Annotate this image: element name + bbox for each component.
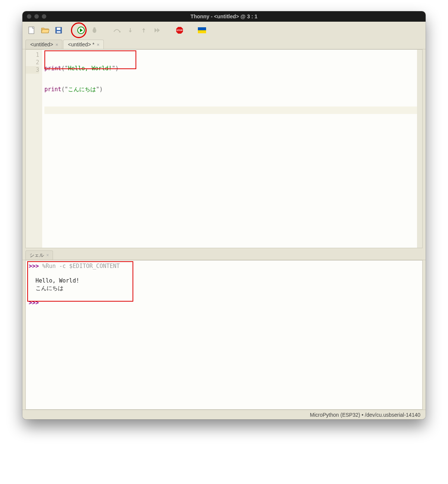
line-number: 2 (26, 59, 39, 66)
statusbar: MicroPython (ESP32) • /dev/cu.usbserial-… (22, 410, 426, 419)
stop-button[interactable]: STOP (175, 25, 184, 35)
titlebar: Thonny - <untitled> @ 3 : 1 (22, 11, 426, 22)
close-icon[interactable]: × (46, 253, 49, 258)
svg-rect-0 (29, 27, 34, 34)
close-icon[interactable]: × (97, 42, 100, 47)
line-number: 1 (26, 51, 39, 59)
code-line[interactable]: print("Hello, World!") (44, 65, 417, 72)
new-file-icon (28, 27, 35, 34)
line-gutter: 1 2 3 (26, 50, 42, 248)
tab-label: <untitled> (30, 41, 53, 47)
close-window-icon[interactable] (27, 14, 31, 19)
traffic-lights (22, 14, 46, 19)
editor-tabbar: <untitled> × <untitled> * × (22, 39, 426, 49)
svg-marker-12 (157, 28, 160, 33)
step-out-icon (140, 27, 147, 33)
open-folder-icon (41, 27, 49, 34)
code-line[interactable]: print("こんにちは") (44, 86, 417, 93)
line-number: 3 (26, 66, 39, 74)
tab-label: <untitled> * (68, 41, 94, 47)
resume-icon (154, 27, 161, 33)
prompt[interactable]: >>> (29, 299, 42, 306)
svg-text:STOP: STOP (177, 29, 183, 31)
step-out-button[interactable] (139, 25, 149, 35)
svg-point-7 (93, 27, 96, 30)
svg-rect-16 (198, 30, 206, 33)
window-title: Thonny - <untitled> @ 3 : 1 (22, 13, 426, 19)
close-icon[interactable]: × (56, 42, 59, 47)
run-icon (77, 27, 85, 34)
editor-scrollbar[interactable] (417, 50, 422, 248)
flag-icon (198, 27, 206, 33)
shell-content[interactable]: >>> %Run -c $EDITOR_CONTENT Hello, World… (29, 263, 419, 306)
prompt: >>> (29, 263, 39, 269)
save-icon (55, 27, 62, 34)
shell-tab-label: シェル (29, 252, 44, 259)
debug-button[interactable] (90, 25, 99, 35)
svg-marker-11 (155, 28, 157, 33)
run-button[interactable] (76, 25, 86, 35)
step-over-button[interactable] (112, 25, 122, 35)
new-file-button[interactable] (27, 25, 37, 35)
shell-tab[interactable]: シェル × (25, 250, 53, 260)
run-command: %Run -c $EDITOR_CONTENT (39, 263, 120, 269)
open-file-button[interactable] (40, 25, 50, 35)
step-over-icon (113, 27, 121, 33)
tab-untitled-1[interactable]: <untitled> × (25, 40, 62, 49)
save-button[interactable] (54, 25, 63, 35)
svg-rect-2 (57, 28, 60, 30)
step-into-button[interactable] (125, 25, 135, 35)
code-line[interactable] (44, 107, 417, 114)
svg-marker-10 (142, 28, 145, 30)
svg-rect-15 (198, 27, 206, 30)
bug-icon (91, 27, 98, 34)
ukraine-flag-button[interactable] (197, 25, 207, 35)
toolbar: STOP (22, 22, 426, 39)
interpreter-status[interactable]: MicroPython (ESP32) • /dev/cu.usbserial-… (310, 412, 420, 418)
shell-tabbar: シェル × (22, 250, 426, 260)
zoom-window-icon[interactable] (42, 14, 46, 19)
resume-button[interactable] (152, 25, 162, 35)
shell-output: Hello, World! こんにちは (29, 277, 79, 292)
svg-rect-3 (57, 31, 60, 33)
step-into-icon (127, 27, 134, 33)
svg-marker-9 (129, 31, 132, 33)
code-area[interactable]: print("Hello, World!") print("こんにちは") (42, 50, 417, 248)
tab-untitled-2[interactable]: <untitled> * × (63, 40, 103, 49)
minimize-window-icon[interactable] (34, 14, 39, 19)
code-editor[interactable]: 1 2 3 print("Hello, World!") print("こんにち… (25, 49, 423, 248)
stop-icon: STOP (175, 26, 184, 34)
shell-panel[interactable]: >>> %Run -c $EDITOR_CONTENT Hello, World… (25, 260, 423, 410)
thonny-window: Thonny - <untitled> @ 3 : 1 (22, 11, 426, 419)
svg-point-8 (119, 31, 121, 33)
